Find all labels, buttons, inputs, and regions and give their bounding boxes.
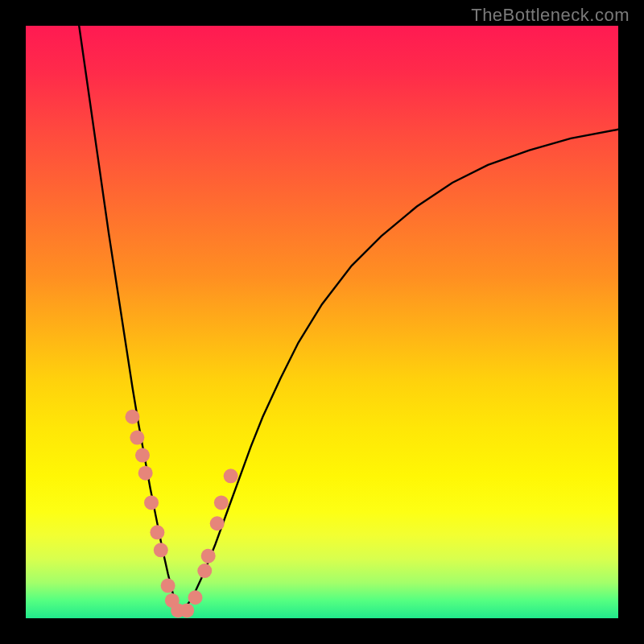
bottleneck-curve-left <box>79 26 180 613</box>
chart-frame: TheBottleneck.com <box>0 0 644 644</box>
data-marker <box>180 603 194 617</box>
data-marker <box>161 579 175 593</box>
bottleneck-curve-right <box>180 130 618 613</box>
data-marker <box>150 525 164 539</box>
data-marker <box>135 448 150 463</box>
data-markers <box>125 410 237 618</box>
data-marker <box>214 495 229 510</box>
curve-overlay <box>26 26 618 618</box>
plot-area <box>26 26 618 618</box>
data-marker <box>188 590 203 605</box>
data-marker <box>144 495 159 510</box>
data-marker <box>130 431 144 445</box>
data-marker <box>125 410 139 424</box>
watermark-text: TheBottleneck.com <box>471 5 630 26</box>
data-marker <box>210 516 225 530</box>
data-marker <box>154 543 168 557</box>
data-marker <box>224 469 238 483</box>
data-marker <box>197 564 212 578</box>
data-marker <box>201 549 216 564</box>
data-marker <box>138 466 153 481</box>
